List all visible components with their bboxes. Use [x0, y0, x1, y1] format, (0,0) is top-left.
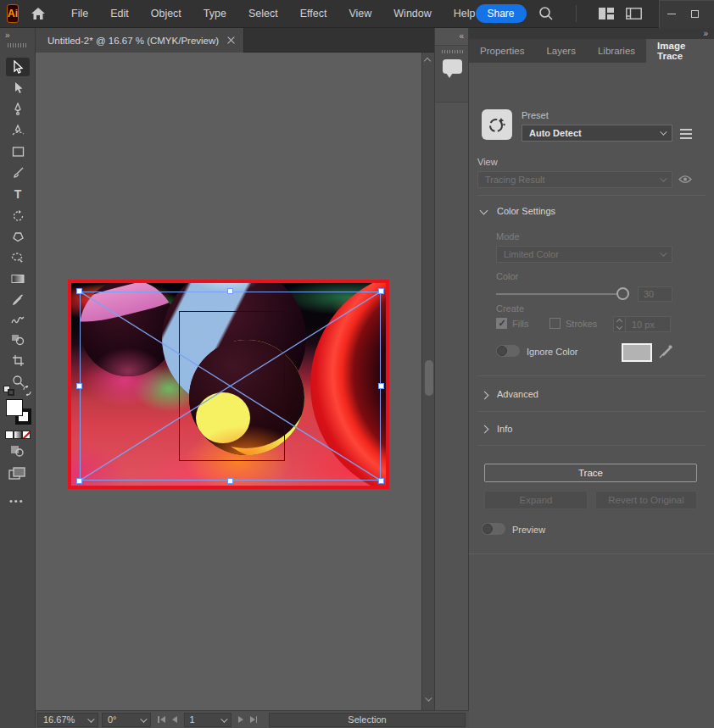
- next-artboard-button[interactable]: [238, 714, 243, 725]
- scroll-down-icon[interactable]: [425, 696, 432, 703]
- fill-stroke-indicator[interactable]: [6, 399, 31, 425]
- curvature-tool[interactable]: [6, 121, 30, 140]
- menu-view[interactable]: View: [349, 8, 371, 19]
- edit-toolbar-icon[interactable]: •••: [9, 496, 25, 506]
- preset-dropdown[interactable]: Auto Detect: [522, 125, 672, 142]
- share-button[interactable]: Share: [476, 4, 527, 23]
- selection-handle-ml[interactable]: [76, 383, 82, 389]
- drawing-modes-icon[interactable]: [10, 445, 24, 457]
- previous-artboard-button[interactable]: [172, 714, 177, 725]
- menu-effect[interactable]: Effect: [300, 8, 327, 19]
- canvas[interactable]: [36, 53, 421, 710]
- zoom-level-dropdown[interactable]: 16.67%: [37, 713, 98, 727]
- stroke-width-stepper[interactable]: 10 px: [613, 316, 671, 332]
- color-slider-track[interactable]: [496, 293, 628, 295]
- shape-builder-tool[interactable]: [6, 331, 30, 349]
- artboard-tool[interactable]: [6, 351, 30, 370]
- artboard-number-dropdown[interactable]: 1: [184, 713, 231, 727]
- first-artboard-button[interactable]: [158, 716, 165, 723]
- tab-layers[interactable]: Layers: [535, 39, 587, 63]
- revert-to-original-button[interactable]: Revert to Original: [595, 491, 697, 509]
- menu-select[interactable]: Select: [248, 8, 278, 19]
- screen-mode-icon[interactable]: [8, 467, 25, 480]
- shaper-tool[interactable]: [6, 310, 30, 329]
- lasso-tool[interactable]: [6, 248, 30, 267]
- swap-fill-stroke-icon[interactable]: [22, 386, 32, 396]
- toolbar-grip[interactable]: [8, 43, 28, 47]
- ignore-color-toggle[interactable]: [496, 345, 520, 357]
- color-slider-knob[interactable]: [616, 287, 629, 300]
- advanced-collapse-icon[interactable]: [481, 392, 489, 400]
- selection-handle-br[interactable]: [378, 478, 384, 484]
- vscrollbar-thumb[interactable]: [425, 360, 433, 396]
- panel-collapse-icon[interactable]: »: [703, 29, 707, 38]
- minimize-button[interactable]: [660, 1, 683, 28]
- strip-collapse-icon[interactable]: «: [459, 31, 463, 41]
- menu-edit[interactable]: Edit: [110, 8, 129, 19]
- home-button[interactable]: [31, 7, 46, 20]
- tab-properties[interactable]: Properties: [469, 39, 535, 63]
- eyedropper-tool[interactable]: [6, 290, 30, 308]
- arrange-documents-icon[interactable]: [599, 8, 614, 19]
- selection-handle-mr[interactable]: [378, 383, 384, 389]
- default-fill-stroke-icon[interactable]: [3, 386, 14, 396]
- trace-button[interactable]: Trace: [484, 464, 697, 482]
- fills-checkbox[interactable]: [496, 318, 507, 329]
- info-title[interactable]: Info: [497, 424, 512, 434]
- selection-bounding-box[interactable]: [80, 292, 381, 481]
- tab-image-trace[interactable]: Image Trace: [646, 39, 714, 63]
- menu-file[interactable]: File: [71, 8, 88, 19]
- expand-button[interactable]: Expand: [484, 491, 588, 509]
- close-button[interactable]: [707, 1, 714, 28]
- stepper-arrows-icon[interactable]: [614, 317, 626, 331]
- info-collapse-icon[interactable]: [481, 425, 489, 434]
- selection-handle-bm[interactable]: [227, 478, 233, 484]
- maximize-button[interactable]: [683, 1, 707, 28]
- direct-selection-tool[interactable]: [6, 79, 30, 97]
- search-icon[interactable]: [538, 6, 554, 21]
- eraser-tool[interactable]: [6, 227, 30, 246]
- menu-help[interactable]: Help: [454, 8, 476, 19]
- gradient-tool[interactable]: [6, 270, 30, 288]
- selection-handle-tl[interactable]: [76, 288, 82, 294]
- mode-dropdown[interactable]: Limited Color: [496, 246, 672, 263]
- preset-menu-icon[interactable]: [680, 129, 692, 139]
- last-artboard-button[interactable]: [250, 716, 258, 723]
- selection-handle-tm[interactable]: [227, 288, 233, 294]
- type-tool[interactable]: T: [6, 185, 30, 203]
- rotation-dropdown[interactable]: 0°: [102, 713, 151, 727]
- none-swatch-button[interactable]: [22, 431, 31, 439]
- preview-toggle[interactable]: [482, 523, 505, 535]
- advanced-title[interactable]: Advanced: [497, 389, 538, 399]
- gradient-swatch-button[interactable]: [14, 431, 22, 439]
- ignore-color-swatch[interactable]: [622, 343, 652, 362]
- comments-panel-button[interactable]: [435, 45, 468, 103]
- document-tab[interactable]: Untitled-2* @ 16.67 % (CMYK/Preview): [36, 28, 244, 53]
- canvas-vscrollbar[interactable]: [421, 53, 434, 710]
- rectangle-tool[interactable]: [6, 142, 30, 161]
- color-value-field[interactable]: 30: [638, 286, 672, 302]
- fill-swatch[interactable]: [6, 399, 23, 416]
- scroll-up-icon[interactable]: [425, 58, 432, 65]
- pen-tool[interactable]: [6, 100, 30, 119]
- selection-tool[interactable]: [6, 58, 30, 76]
- rotate-tool[interactable]: [6, 206, 30, 225]
- paintbrush-tool[interactable]: [6, 164, 30, 182]
- toolbar-collapse-icon[interactable]: »: [5, 31, 9, 40]
- menu-window[interactable]: Window: [393, 8, 431, 19]
- status-display[interactable]: Selection: [269, 713, 466, 727]
- workspace-switcher-icon[interactable]: [626, 8, 642, 19]
- tab-close-icon[interactable]: [227, 36, 235, 44]
- tab-libraries[interactable]: Libraries: [587, 39, 646, 63]
- menu-object[interactable]: Object: [151, 8, 181, 19]
- selection-handle-tr[interactable]: [378, 288, 384, 294]
- eye-icon[interactable]: [678, 175, 692, 184]
- eyedropper-icon[interactable]: [659, 344, 673, 358]
- color-settings-collapse-icon[interactable]: [480, 207, 488, 215]
- color-swatch-button[interactable]: [5, 431, 14, 439]
- color-settings-title[interactable]: Color Settings: [497, 206, 555, 216]
- placed-image[interactable]: [68, 280, 389, 489]
- menu-type[interactable]: Type: [204, 8, 226, 19]
- strokes-checkbox[interactable]: [549, 318, 561, 329]
- selection-handle-bl[interactable]: [76, 478, 82, 484]
